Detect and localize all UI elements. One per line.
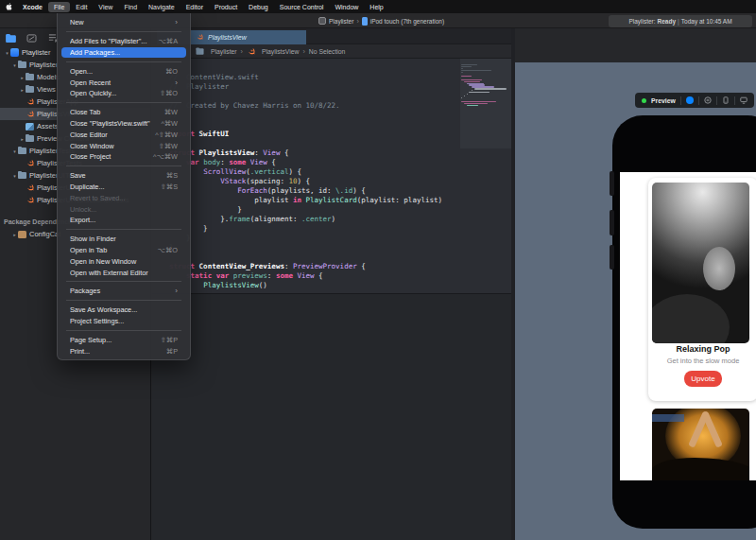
live-preview-icon[interactable] — [686, 96, 694, 104]
menu-item-duplicate[interactable]: Duplicate...⇧⌘S — [61, 182, 186, 193]
code-line: // — [169, 111, 442, 120]
menu-item-close-project[interactable]: Close Project^⌥⌘W — [61, 151, 186, 163]
breadcrumb-segment-playlister[interactable]: Playlister — [211, 48, 237, 55]
menu-editor[interactable]: Editor — [180, 2, 209, 12]
menu-xcode[interactable]: Xcode — [17, 2, 48, 12]
menu-item-export[interactable]: Export... — [61, 215, 186, 226]
disclosure-open-icon[interactable]: ▾ — [11, 173, 18, 179]
menu-navigate[interactable]: Navigate — [143, 2, 180, 12]
menu-item-save-as-workspace[interactable]: Save As Workspace... — [61, 305, 186, 316]
menu-view[interactable]: View — [93, 2, 118, 12]
run-destination-widget[interactable]: Playlister › iPod touch (7th generation) — [318, 15, 444, 26]
disclosure-closed-icon[interactable]: ▸ — [19, 87, 26, 93]
menu-item-project-settings[interactable]: Project Settings... — [61, 316, 186, 327]
breadcrumb-segment-no-selection[interactable]: No Selection — [309, 48, 346, 55]
menu-item-close-window[interactable]: Close Window⇧⌘W — [61, 140, 186, 151]
code-line: ScrollView(.vertical) { — [169, 167, 442, 177]
editor-minimap[interactable] — [460, 59, 511, 148]
preview-on-device-icon[interactable] — [722, 96, 730, 105]
disclosure-open-icon[interactable]: ▾ — [11, 62, 18, 68]
code-text[interactable]: // ContentView.swift// Playlister//// Cr… — [169, 73, 442, 290]
menu-item-close-playlistsview-swift[interactable]: Close "PlaylistsView.swift"^⌘W — [61, 118, 186, 130]
pause-icon[interactable] — [704, 96, 712, 105]
code-line: import SwiftUI — [169, 130, 442, 139]
menu-item-open-recent[interactable]: Open Recent› — [61, 77, 186, 88]
code-line: // Created by Chavez Harris on 10/8/22. — [169, 101, 442, 111]
code-line: } — [169, 205, 442, 215]
menu-bar-items: XcodeFileEditViewFindNavigateEditorProdu… — [17, 4, 389, 10]
menu-item-open-with-external-editor[interactable]: Open with External Editor — [61, 267, 186, 278]
code-line: } — [169, 243, 442, 253]
menu-debug[interactable]: Debug — [243, 2, 274, 12]
menu-item-packages[interactable]: Packages› — [61, 286, 186, 297]
scheme-chevron: › — [356, 18, 358, 25]
menu-separator — [66, 300, 181, 301]
preview-status-dot — [642, 98, 646, 103]
menu-item-close-tab[interactable]: Close Tab⌘W — [61, 107, 186, 118]
preview-label: Preview — [651, 97, 676, 104]
code-line: VStack(spacing: 10) { — [169, 177, 442, 186]
code-line — [169, 139, 442, 148]
minimap-line — [474, 88, 507, 89]
menu-edit[interactable]: Edit — [70, 2, 93, 12]
menu-item-open-in-tab[interactable]: Open in Tab⌥⌘O — [61, 245, 186, 256]
folder-icon — [18, 172, 26, 179]
menu-item-open-quickly[interactable]: Open Quickly...⇧⌘O — [61, 88, 186, 99]
project-navigator-icon[interactable] — [6, 33, 16, 43]
display-icon[interactable] — [740, 96, 747, 105]
run-destination-label[interactable]: iPod touch (7th generation) — [370, 18, 444, 25]
scheme-project-label[interactable]: Playlister — [329, 18, 353, 25]
folder-icon — [26, 86, 34, 93]
minimap-line — [461, 66, 472, 67]
swift-file-icon — [196, 33, 204, 42]
status-divider: | — [678, 18, 679, 25]
menu-item-add-files-to-playlister[interactable]: Add Files to "Playlister"...⌥⌘A — [61, 36, 186, 47]
jump-bar[interactable]: Playlister›PlaylistsView›No Selection — [152, 44, 511, 59]
minimap-line — [464, 96, 465, 96]
disclosure-closed-icon[interactable]: ▸ — [19, 75, 26, 80]
menu-item-page-setup[interactable]: Page Setup...⇧⌘P — [61, 334, 186, 345]
navigator-row-label: Playlister — [29, 61, 58, 69]
menu-find[interactable]: Find — [118, 2, 143, 12]
menu-window[interactable]: Window — [329, 2, 364, 12]
device-screen: Relaxing Pop Get into the slow mode Upvo… — [620, 172, 756, 480]
folder-icon — [18, 148, 26, 154]
file-menu-dropdown: New›Add Files to "Playlister"...⌥⌘AAdd P… — [57, 13, 191, 360]
code-line: } — [169, 234, 442, 243]
menu-product[interactable]: Product — [209, 2, 243, 12]
menu-item-add-packages[interactable]: Add Packages... — [61, 47, 186, 59]
menu-item-open[interactable]: Open...⌘O — [61, 65, 186, 77]
menu-item-save[interactable]: Save⌘S — [61, 170, 186, 182]
menu-item-revert-to-saved: Revert to Saved... — [61, 192, 186, 203]
source-control-navigator-icon[interactable] — [26, 33, 37, 43]
code-line: // — [169, 92, 442, 101]
folder-icon — [196, 48, 203, 54]
disclosure-closed-icon[interactable]: ▸ — [19, 136, 26, 142]
code-line: static var previews: some View { — [169, 271, 442, 281]
scheme-app-icon — [318, 17, 326, 25]
divider — [716, 96, 717, 105]
disclosure-closed-icon[interactable]: ▸ — [11, 232, 18, 237]
playlist-cover-photo-2 — [652, 409, 749, 480]
upvote-button[interactable]: Upvote — [684, 371, 722, 387]
swift-file-icon — [26, 196, 34, 204]
menu-file[interactable]: File — [48, 2, 70, 12]
menu-item-new[interactable]: New› — [61, 17, 186, 28]
disclosure-open-icon[interactable]: ▾ — [11, 148, 18, 154]
code-line: playlist in PlaylistCard(playlist: playl… — [169, 196, 442, 205]
package-icon — [18, 231, 26, 238]
menu-item-show-in-finder[interactable]: Show in Finder — [61, 234, 186, 245]
breadcrumb-segment-playlistsview[interactable]: PlaylistsView — [262, 48, 300, 55]
menu-item-close-editor[interactable]: Close Editor^⇧⌘W — [61, 129, 186, 140]
menu-help[interactable]: Help — [364, 2, 388, 12]
apple-menu-icon[interactable] — [0, 3, 17, 10]
activity-status-pill: Playlister: Ready | Today at 10:45 AM — [609, 15, 752, 27]
volume-down-button — [610, 245, 614, 270]
submenu-arrow-icon: › — [175, 78, 178, 87]
menu-item-print[interactable]: Print...⌘P — [61, 345, 186, 357]
disclosure-open-icon[interactable]: ▾ — [4, 50, 10, 56]
menu-source-control[interactable]: Source Control — [274, 2, 330, 12]
menu-item-open-in-new-window[interactable]: Open in New Window — [61, 255, 186, 267]
code-line: var body: some View { — [169, 158, 442, 167]
code-line: } — [169, 224, 442, 234]
